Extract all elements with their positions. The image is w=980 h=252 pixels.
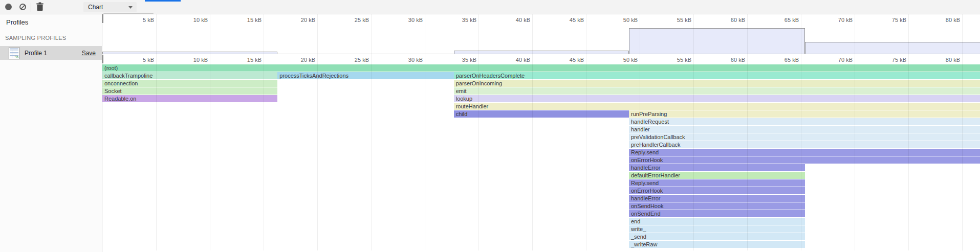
clear-profiles-button[interactable]	[17, 2, 29, 12]
gridline	[478, 14, 479, 250]
gridline	[371, 14, 372, 250]
flame-bar[interactable]: end	[629, 218, 805, 225]
flame-bar[interactable]: onErrorHook	[629, 156, 980, 164]
flame-bar[interactable]: processTicksAndRejections	[277, 72, 453, 79]
flame-bar[interactable]: onErrorHook	[629, 187, 805, 194]
toolbar: Chart	[0, 0, 980, 14]
flame-bar[interactable]: write_	[629, 225, 805, 233]
gridline	[425, 14, 425, 250]
record-icon	[5, 4, 12, 10]
flame-bar[interactable]: handler	[629, 126, 980, 133]
flame-bar[interactable]: _writeRaw	[629, 241, 805, 248]
gridline	[586, 14, 586, 250]
chevron-down-icon	[128, 6, 133, 9]
gridline	[640, 14, 640, 250]
svg-text:%: %	[15, 55, 18, 59]
save-profile-link[interactable]: Save	[82, 50, 96, 57]
chart-view-select-value: Chart	[88, 4, 103, 11]
flame-bar[interactable]: runPreParsing	[629, 110, 980, 118]
flame-bar[interactable]: Socket	[102, 87, 277, 95]
sampling-profiles-section-label: SAMPLING PROFILES	[5, 35, 66, 41]
record-button[interactable]	[3, 2, 15, 12]
gridline	[317, 14, 318, 250]
flame-bar[interactable]: preHandlerCallback	[629, 141, 980, 148]
gridline	[532, 14, 533, 250]
flame-bar[interactable]: handleRequest	[629, 118, 980, 125]
flame-bar[interactable]: (root)	[102, 64, 980, 72]
flame-bar[interactable]: child	[454, 110, 629, 118]
gridline	[855, 14, 855, 250]
chart-area: 5 kB10 kB15 kB20 kB25 kB30 kB35 kB40 kB4…	[102, 14, 980, 252]
memory-profiler-panel: Chart Profiles SAMPLING PROFILES % Profi…	[0, 0, 980, 252]
clear-icon	[19, 4, 26, 10]
flame-bar[interactable]: _send	[629, 233, 805, 240]
gridline	[908, 14, 909, 250]
profile-name: Profile 1	[25, 50, 47, 57]
gridline	[801, 14, 801, 250]
accent-strip	[145, 0, 181, 2]
gridline	[747, 14, 748, 250]
flame-bar[interactable]: onconnection	[102, 80, 277, 87]
flame-bar[interactable]: defaultErrorHandler	[629, 172, 805, 179]
flame-bar[interactable]: Readable.on	[102, 95, 277, 102]
sidebar-item-profile-1[interactable]: % Profile 1 Save	[0, 46, 102, 60]
gridline	[962, 14, 963, 250]
trash-icon	[36, 2, 44, 11]
gridline	[693, 14, 694, 250]
flame-bar[interactable]: onSendEnd	[629, 210, 805, 217]
flame-bar[interactable]: callbackTrampoline	[102, 72, 277, 79]
flame-bar[interactable]: preValidationCallback	[629, 133, 980, 141]
gridline	[156, 14, 157, 250]
toolbar-divider	[31, 3, 31, 12]
flame-bar[interactable]: Reply.send	[629, 149, 980, 156]
profile-heap-icon: %	[9, 47, 19, 59]
profiles-title: Profiles	[6, 18, 28, 26]
delete-profile-button[interactable]	[34, 2, 46, 12]
gridline	[264, 14, 264, 250]
flame-bar[interactable]: onSendHook	[629, 202, 805, 210]
profiles-sidebar: Profiles SAMPLING PROFILES % Profile 1 S…	[0, 14, 102, 252]
gridline	[210, 14, 210, 250]
flame-bar[interactable]: handleError	[629, 195, 805, 202]
flame-bar[interactable]: Reply.send	[629, 179, 805, 187]
flame-bar[interactable]: handleError	[629, 164, 805, 171]
chart-view-select[interactable]: Chart	[83, 2, 137, 12]
flame-chart: (root)callbackTrampolineprocessTicksAndR…	[102, 14, 980, 252]
